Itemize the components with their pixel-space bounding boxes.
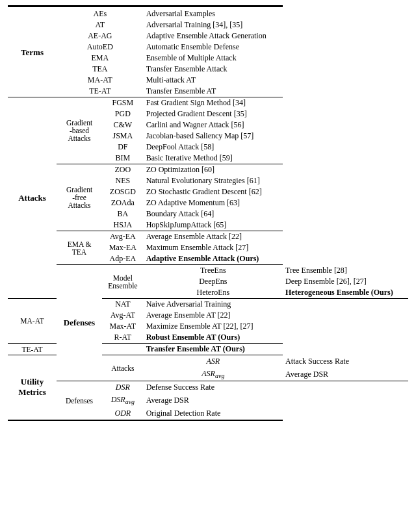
abbr-tea: TEA [57,64,144,75]
abbr-nat: NAT [102,299,144,310]
desc-nes: Natural Evolutionary Strategies [61] [144,175,283,186]
desc-fgsm: Fast Gradient Sign Method [34] [144,97,283,109]
abbr-ba: BA [102,209,144,220]
terms-main-label: Terms [8,8,57,97]
model-ensemble-sublabel: ModelEnsemble [102,265,144,299]
attacks-main-label: Attacks [8,97,57,299]
gradient-free-sublabel: Gradient-freeAttacks [57,164,102,231]
desc-max-ea: Maximum Ensemble Attack [27] [144,242,283,253]
terms-row-1: Terms AEs Adversarial Examples [8,8,408,19]
abbr-deepens: DeepEns [144,276,283,287]
terms-row-4: AutoED Automatic Ensemble Defense [8,42,408,53]
abbr-asr: ASR [144,355,283,368]
desc-zosgd: ZO Stochastic Gradient Descent [62] [144,186,283,197]
abbr-ae-ag: AE-AG [57,31,144,42]
abbr-cw: C&W [102,120,144,131]
defenses-main-label: Defenses [57,265,102,381]
desc-ba: Boundary Attack [64] [144,209,283,220]
abbr-jsma: JSMA [102,131,144,142]
abbr-at: AT [57,19,144,31]
desc-treeens: Tree Ensemble [28] [283,265,408,277]
abbr-zosgd: ZOSGD [102,186,144,197]
gradient-based-sublabel: Gradient-basedAttacks [57,97,102,164]
abbr-dsr: DSR [102,381,144,394]
desc-odr: Original Detection Rate [144,407,283,420]
abbr-autoed: AutoED [57,42,144,53]
abbr-avg-ea: Avg-EA [102,231,144,243]
abbr-fgsm: FGSM [102,97,144,109]
abbr-avg-at: Avg-AT [102,310,144,321]
abbr-te-at: TE-AT [57,86,144,97]
desc-cw: Carlini and Wagner Attack [56] [144,120,283,131]
abbr-adp-ea: Adp-EA [102,253,144,265]
ma-at-sublabel: MA-AT [8,299,57,344]
desc-autoed: Automatic Ensemble Defense [144,42,283,53]
desc-bim: Basic Iterative Method [59] [144,153,283,164]
abbr-nes: NES [102,175,144,186]
attacks-gf-row-1: Gradient-freeAttacks ZOO ZO Optimization… [8,164,408,176]
abbr-dsr-avg: DSRavg [102,394,144,407]
abbr-max-ea: Max-EA [102,242,144,253]
desc-dsr: Defense Success Rate [144,381,283,394]
abbr-bim: BIM [102,153,144,164]
desc-ema: Ensemble of Multiple Attack [144,53,283,64]
desc-adp-ea: Adaptive Ensemble Attack (Ours) [144,253,283,265]
desc-ae-ag: Adaptive Ensemble Attack Generation [144,31,283,42]
abbr-odr: ODR [102,407,144,420]
terms-row-2: AT Adversarial Training [34], [35] [8,19,408,31]
desc-asr-avg: Average DSR [283,368,408,381]
desc-r-at: Robust Ensemble AT (Ours) [144,332,283,344]
desc-jsma: Jacobian-based Saliency Map [57] [144,131,283,142]
abbr-ema: EMA [57,53,144,64]
utility-metrics-main-label: UtilityMetrics [8,355,57,420]
abbr-aes: AEs [57,8,144,19]
abbr-treeens: TreeEns [144,265,283,277]
desc-avg-at: Average Ensemble AT [22] [144,310,283,321]
terms-row-8: TE-AT Transfer Ensemble AT [8,86,408,97]
ema-tea-sublabel: EMA &TEA [57,231,102,265]
abbr-hsja: HSJA [102,220,144,231]
abbr-pgd: PGD [102,108,144,120]
abbr-te-at-def [102,344,144,355]
abbr-asr-avg: ASRavg [144,368,283,381]
abbr-max-at: Max-AT [102,321,144,332]
desc-asr: Attack Success Rate [283,355,408,368]
terms-row-5: EMA Ensemble of Multiple Attack [8,53,408,64]
terms-row-7: MA-AT Multi-attack AT [8,75,408,86]
desc-dsr-avg: Average DSR [144,394,283,407]
desc-df: DeepFool Attack [58] [144,142,283,153]
utility-def-row-1: Defenses DSR Defense Success Rate [8,381,408,394]
desc-te-at: Transfer Ensemble AT [144,86,283,97]
abbr-df: DF [102,142,144,153]
abbr-r-at: R-AT [102,332,144,344]
defenses-me-row-1: Defenses ModelEnsemble TreeEns Tree Ense… [8,265,408,277]
te-at-sublabel: TE-AT [8,344,57,355]
abbr-zoo: ZOO [102,164,144,176]
abbr-heteroens: HeteroEns [144,287,283,299]
desc-zoada: ZO Adaptive Momentum [63] [144,197,283,209]
abbr-zoada: ZOAda [102,197,144,209]
desc-te-at-def: Transfer Ensemble AT (Ours) [144,344,283,355]
utility-defenses-sublabel: Defenses [57,381,102,420]
desc-nat: Naive Adversarial Training [144,299,283,310]
desc-avg-ea: Average Ensemble Attack [22] [144,231,283,243]
desc-hsja: HopSkipJumpAttack [65] [144,220,283,231]
desc-aes: Adversarial Examples [144,8,283,19]
terms-row-3: AE-AG Adaptive Ensemble Attack Generatio… [8,31,408,42]
attacks-gb-row-1: Attacks Gradient-basedAttacks FGSM Fast … [8,97,408,109]
utility-attacks-sublabel: Attacks [102,355,144,381]
desc-tea: Transfer Ensemble Attack [144,64,283,75]
desc-heteroens: Heterogeneous Ensemble (Ours) [283,287,408,299]
abbr-ma-at: MA-AT [57,75,144,86]
desc-pgd: Projected Gradient Descent [35] [144,108,283,120]
desc-ma-at: Multi-attack AT [144,75,283,86]
desc-deepens: Deep Ensemble [26], [27] [283,276,408,287]
desc-max-at: Maximize Ensemble AT [22], [27] [144,321,283,332]
terms-row-6: TEA Transfer Ensemble Attack [8,64,408,75]
desc-at: Adversarial Training [34], [35] [144,19,283,31]
desc-zoo: ZO Optimization [60] [144,164,283,176]
attacks-ema-row-1: EMA &TEA Avg-EA Average Ensemble Attack … [8,231,408,243]
